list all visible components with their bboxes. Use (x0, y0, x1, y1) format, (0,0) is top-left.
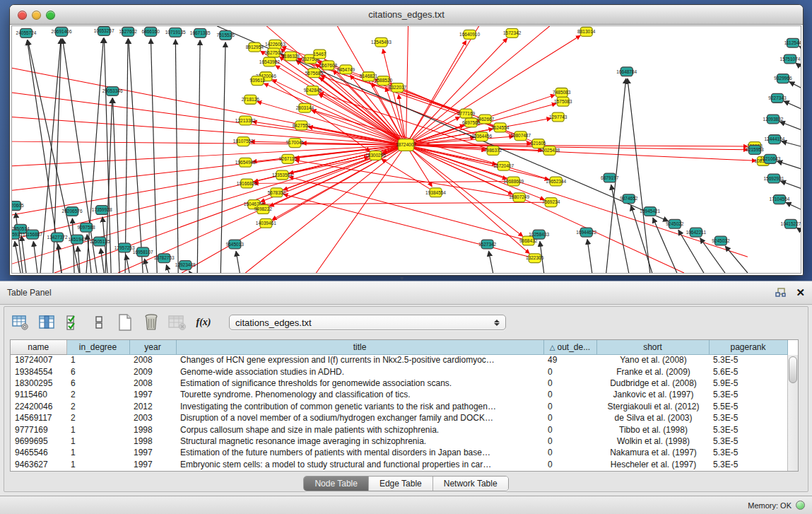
tab-network-table[interactable]: Network Table (433, 477, 508, 491)
row-height-icon[interactable] (90, 313, 108, 332)
table-row[interactable]: 911546021997Tourette syndrome. Phenomeno… (11, 389, 787, 400)
graph-node[interactable]: 16640910 (459, 30, 480, 39)
graph-node[interactable]: 8813014 (577, 27, 596, 36)
graph-node[interactable]: 14039461 (256, 218, 276, 228)
graph-node[interactable]: 7485083 (553, 88, 571, 97)
table-row[interactable]: 1872400712008Changes of HCN gene express… (11, 354, 787, 366)
select-all-icon[interactable] (64, 313, 82, 332)
graph-node[interactable]: 10807487 (510, 132, 531, 141)
graph-node[interactable]: 10653257 (94, 26, 114, 35)
graph-node[interactable]: 18107552 (233, 137, 254, 146)
table-selector-dropdown[interactable]: citations_edges.txt (229, 315, 506, 330)
graph-node[interactable]: 9267110 (279, 154, 297, 163)
close-panel-icon[interactable]: ✕ (796, 288, 805, 298)
graph-node[interactable]: 10025438 (539, 146, 560, 156)
scrollbar-thumb[interactable] (789, 356, 797, 383)
delete-column-icon[interactable] (142, 313, 160, 332)
new-column-icon[interactable] (116, 313, 134, 332)
graph-node[interactable]: 16720407 (493, 161, 514, 170)
graph-node[interactable]: 1527342 (478, 240, 497, 249)
graph-node[interactable]: 2718126 (242, 95, 260, 104)
graph-node[interactable]: 1112544 (784, 38, 801, 47)
graph-node[interactable]: 19166825 (237, 179, 257, 188)
graph-node[interactable]: 1575083 (554, 97, 572, 106)
column-header-title[interactable]: title (176, 340, 543, 354)
graph-node[interactable]: 1297743 (549, 112, 567, 122)
graph-node[interactable]: 19654948 (235, 158, 256, 167)
graph-node[interactable]: 2803144 (296, 103, 314, 112)
graph-node[interactable]: 18724007 (396, 139, 416, 151)
window-titlebar[interactable]: citations_edges.txt (10, 5, 803, 25)
graph-node[interactable]: 9097588 (77, 223, 95, 232)
graph-node[interactable]: 15692931 (764, 174, 784, 183)
network-view[interactable]: 1872400789129541422606396275081654398281… (11, 25, 801, 274)
table-row[interactable]: 977716911998Corpus callosum shape and si… (11, 424, 787, 435)
table-row[interactable]: 946362711997Embryonic stem cells: a mode… (11, 459, 787, 470)
graph-node[interactable]: 10642211 (686, 228, 707, 237)
graph-node[interactable]: 9242848 (304, 86, 322, 95)
graph-node[interactable]: 9627508 (265, 48, 283, 57)
column-header-pagerank[interactable]: pagerank (709, 340, 787, 354)
graph-node[interactable]: 20691406 (52, 27, 72, 36)
table-settings-icon[interactable] (11, 313, 30, 332)
graph-node[interactable]: 9874652 (620, 194, 638, 204)
column-header-out_de[interactable]: △out_de... (543, 340, 596, 354)
graph-node[interactable]: 12545493 (371, 37, 392, 47)
column-header-in_degree[interactable]: in_degree (66, 340, 129, 354)
graph-node[interactable]: 1572342 (503, 28, 522, 37)
graph-node[interactable]: 6879197 (601, 173, 619, 182)
tab-node-table[interactable]: Node Table (304, 477, 368, 491)
graph-node[interactable]: 16671385 (190, 28, 211, 37)
graph-node[interactable]: 1322305 (526, 254, 544, 263)
graph-node[interactable]: 14226063 (265, 40, 286, 49)
graph-node[interactable]: 3915933 (12, 230, 23, 239)
float-panel-icon[interactable] (775, 288, 786, 298)
column-header-year[interactable]: year (129, 340, 176, 354)
graph-node[interactable]: 16944622 (576, 228, 596, 237)
table-row[interactable]: 2242004622012Investigating the contribut… (11, 401, 787, 412)
graph-node[interactable]: 20206576 (62, 207, 83, 216)
table-row[interactable]: 1938455462009Genome-wide association stu… (11, 366, 787, 377)
table-row[interactable]: 969969511998Structural magnetic resonanc… (11, 436, 787, 447)
delete-table-icon-disabled[interactable] (168, 313, 187, 332)
graph-node[interactable]: 12353594 (272, 170, 293, 180)
graph-node[interactable]: 9245022 (666, 219, 684, 228)
table-row[interactable]: 946554611997Estimation of the future num… (11, 447, 787, 458)
graph-node[interactable]: 2520605 (12, 201, 24, 211)
column-header-short[interactable]: short (596, 340, 709, 354)
function-builder-icon[interactable]: f(x) (194, 313, 213, 332)
graph-node[interactable]: 19384554 (425, 188, 446, 197)
graph-node[interactable]: 7515526 (217, 30, 235, 40)
graph-node[interactable]: 9777169 (457, 109, 476, 118)
graph-node[interactable]: 1527602 (119, 27, 138, 36)
graph-node[interactable]: 7569234 (542, 198, 560, 207)
graph-node[interactable]: 9245032 (712, 236, 730, 245)
graph-node[interactable]: 17957253 (114, 243, 135, 252)
graph-node[interactable]: 16543982 (259, 57, 280, 66)
graph-node[interactable]: 6497568 (462, 118, 481, 127)
graph-node[interactable]: 15467 (313, 49, 326, 59)
graph-node[interactable]: 939612 (249, 76, 265, 86)
column-header-name[interactable]: name (11, 340, 66, 354)
graph-node[interactable]: 24055724 (16, 28, 37, 37)
graph-node[interactable]: 15751074 (780, 54, 801, 64)
graph-node[interactable]: 2667608 (319, 61, 338, 70)
graph-node[interactable]: 9645013 (226, 240, 245, 249)
graph-node[interactable]: 6466160 (142, 27, 160, 36)
minimize-traffic-light[interactable] (32, 11, 41, 20)
show-columns-icon[interactable] (37, 313, 56, 332)
graph-node[interactable]: 12444154 (765, 135, 785, 144)
graph-node[interactable]: 10719135 (165, 28, 186, 37)
tab-edge-table[interactable]: Edge Table (368, 477, 433, 491)
graph-node[interactable]: 8912954 (246, 42, 264, 52)
graph-node[interactable]: 13427372 (47, 233, 68, 242)
graph-node[interactable]: 10415227 (781, 219, 801, 228)
graph-node[interactable]: 5678352 (268, 188, 286, 197)
graph-node[interactable]: 1588520 (375, 76, 393, 86)
graph-node[interactable]: 9170045 (286, 139, 305, 148)
graph-node[interactable]: 5675685 (305, 69, 324, 78)
table-row[interactable]: 1830029562008Estimation of significance … (11, 378, 787, 389)
graph-node[interactable]: 8186328 (282, 52, 300, 61)
graph-node[interactable]: 16958107 (133, 247, 153, 257)
table-row[interactable]: 1456911722003Disruption of a novel membe… (11, 412, 787, 424)
